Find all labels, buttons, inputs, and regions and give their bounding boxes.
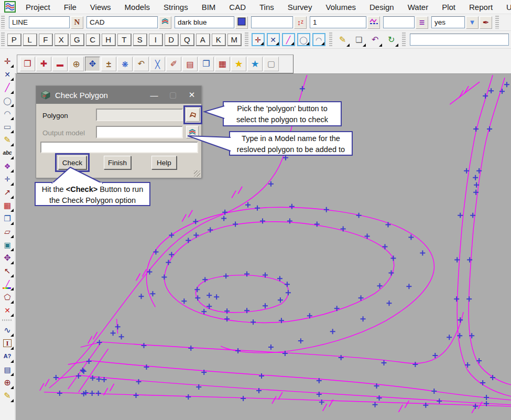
model-choose-button[interactable] [186, 126, 199, 138]
star-blue-button[interactable]: ★ [247, 57, 263, 71]
vertex-marker[interactable] [233, 222, 238, 227]
cad-mode-f[interactable]: F [39, 34, 53, 46]
measure-tool-button[interactable]: ↗ [1, 186, 14, 199]
target-tool-button[interactable]: ✛ [1, 55, 14, 68]
vertex-marker[interactable] [139, 294, 144, 299]
vertex-marker[interactable] [214, 294, 219, 299]
vertex-marker[interactable] [97, 340, 102, 345]
vertex-marker[interactable] [150, 291, 155, 296]
cad-mode-a[interactable]: A [196, 34, 210, 46]
vertex-marker[interactable] [147, 269, 152, 274]
vertex-marker[interactable] [487, 126, 492, 132]
string-name-input[interactable] [9, 16, 70, 28]
vertex-marker[interactable] [287, 219, 292, 224]
vertex-marker[interactable] [356, 213, 362, 218]
vertex-marker[interactable] [314, 222, 320, 227]
survey-string-0[interactable] [457, 75, 511, 396]
point-add-tool-button[interactable]: ✛ [1, 173, 14, 186]
line-tool-button[interactable]: ╱ [1, 81, 14, 94]
vertex-marker[interactable] [181, 298, 187, 304]
z-height-button[interactable]: ↕ᶻ [294, 16, 307, 29]
propbar-grip[interactable] [1, 16, 5, 29]
cadbar-grip-2[interactable] [245, 33, 248, 47]
vertex-marker[interactable] [86, 359, 92, 364]
cad-mode-s[interactable]: S [133, 34, 147, 46]
vertex-marker[interactable] [260, 219, 265, 224]
vertex-marker[interactable] [386, 222, 391, 228]
menu-project[interactable]: Project [19, 1, 57, 13]
vertex-marker[interactable] [223, 273, 229, 278]
breakline-button[interactable] [367, 16, 380, 29]
vertex-marker[interactable] [259, 373, 264, 379]
vertex-marker[interactable] [202, 277, 208, 282]
vertex-marker[interactable] [437, 399, 442, 404]
pen-undo-button[interactable]: ↶ [368, 33, 382, 47]
vertex-marker[interactable] [447, 335, 452, 340]
arc-tool-button[interactable]: ◠ [1, 107, 14, 120]
vertex-marker[interactable] [330, 329, 335, 334]
vertex-marker[interactable] [161, 274, 167, 279]
cadbar-grip[interactable] [1, 33, 5, 47]
rect-tool-button[interactable]: ▭ [1, 120, 14, 133]
cadbar-grip-3[interactable] [329, 33, 333, 47]
vertex-marker[interactable] [480, 380, 485, 385]
survey-string-9[interactable] [44, 392, 511, 406]
vertex-marker[interactable] [268, 344, 274, 350]
vertex-marker[interactable] [224, 308, 230, 314]
polygon-input[interactable] [96, 109, 183, 121]
snap-line-button[interactable]: ╱ [282, 33, 295, 46]
plot-grid-button[interactable]: ▦ [215, 57, 230, 71]
zoom-all-button[interactable]: ❋ [117, 57, 133, 71]
new-view-button[interactable]: ❐ [20, 57, 35, 71]
tinable-input[interactable] [431, 16, 465, 28]
colour-line-tool-button[interactable]: ╱ [1, 277, 14, 290]
vertex-marker[interactable] [134, 393, 139, 398]
output-model-input[interactable] [96, 126, 183, 138]
snap-target-button[interactable]: ✛ [252, 33, 265, 46]
vertex-marker[interactable] [420, 250, 425, 255]
survey-string-1[interactable] [469, 78, 511, 385]
menu-tins[interactable]: Tins [253, 1, 281, 13]
vertex-marker[interactable] [361, 316, 366, 321]
colour-input[interactable] [175, 16, 234, 28]
vertex-marker[interactable] [255, 206, 260, 211]
vertex-marker[interactable] [224, 316, 230, 321]
cad-mode-m[interactable]: M [227, 34, 242, 46]
vertex-marker[interactable] [300, 86, 305, 91]
cad-mode-k[interactable]: K [212, 34, 226, 46]
vertex-marker[interactable] [339, 355, 344, 360]
menu-report[interactable]: Report [462, 1, 499, 13]
vertex-marker[interactable] [245, 202, 251, 208]
survey-string-6[interactable] [81, 312, 463, 363]
pen-multi-button[interactable]: ↻ [384, 33, 398, 47]
check-button[interactable]: Check [58, 156, 86, 169]
height-input[interactable] [251, 16, 293, 28]
menu-plot[interactable]: Plot [435, 1, 462, 13]
cad-mode-d[interactable]: D [165, 34, 179, 46]
delete-tool-button[interactable]: ✕ [1, 304, 14, 317]
vertex-marker[interactable] [454, 296, 459, 301]
vertex-marker[interactable] [467, 257, 472, 262]
vertex-marker[interactable] [324, 207, 329, 212]
vertex-marker[interactable] [235, 348, 241, 353]
close-button[interactable]: ✕ [182, 86, 201, 104]
linestyle-input[interactable] [383, 16, 415, 28]
menu-bim[interactable]: BIM [195, 1, 223, 13]
vertex-marker[interactable] [90, 391, 95, 396]
vertex-marker[interactable] [153, 249, 158, 254]
menu-survey[interactable]: Survey [281, 1, 319, 13]
menu-volumes[interactable]: Volumes [319, 1, 363, 13]
zoom-plusminus-button[interactable]: ± [101, 57, 116, 71]
vertex-marker[interactable] [141, 343, 146, 348]
vertex-marker[interactable] [76, 373, 81, 379]
vertex-marker[interactable] [80, 368, 85, 373]
vertex-marker[interactable] [188, 346, 193, 351]
vertex-marker[interactable] [241, 396, 246, 401]
vertex-marker[interactable] [383, 244, 388, 250]
vertex-marker[interactable] [473, 404, 478, 409]
vertex-marker[interactable] [289, 204, 295, 209]
vertex-marker[interactable] [119, 334, 124, 339]
colour-swatch-button[interactable] [235, 16, 248, 29]
star-yellow-button[interactable]: ★ [231, 57, 246, 71]
cad-mode-q[interactable]: Q [180, 34, 194, 46]
